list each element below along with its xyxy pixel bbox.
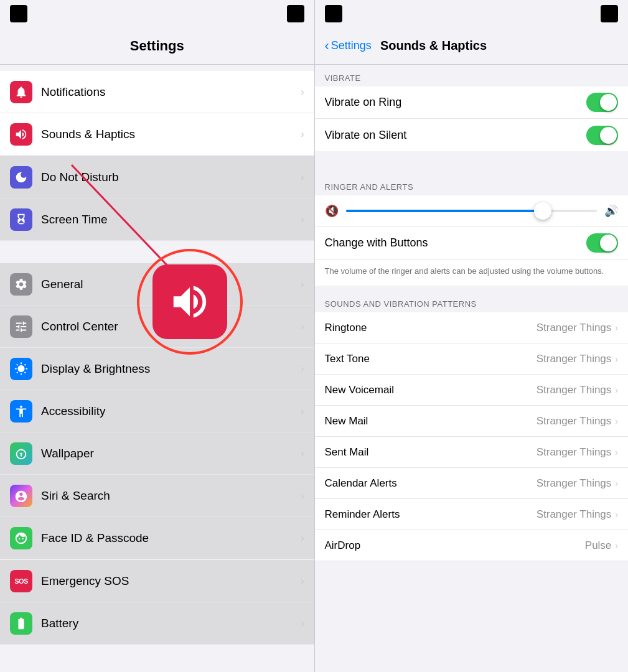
vibrate-on-silent-row: Vibrate on Silent bbox=[315, 119, 629, 151]
change-with-buttons-row: Change with Buttons bbox=[315, 227, 629, 259]
left-nav-header: Settings bbox=[0, 27, 314, 65]
controlcenter-icon-wrap bbox=[10, 315, 32, 338]
volume-slider-track bbox=[346, 210, 598, 212]
sound-item-ringtone[interactable]: Ringtone Stranger Things › bbox=[315, 312, 629, 343]
accessibility-icon bbox=[14, 404, 28, 418]
faceid-label: Face ID & Passcode bbox=[41, 531, 301, 545]
status-bar-right bbox=[315, 0, 629, 27]
screentime-chevron: › bbox=[301, 214, 304, 225]
slider-section: 🔇 🔊 bbox=[315, 195, 629, 227]
settings-item-notifications[interactable]: Notifications › bbox=[0, 71, 314, 113]
sound-item-sentmail[interactable]: Sent Mail Stranger Things › bbox=[315, 437, 629, 468]
notifications-icon-wrap bbox=[10, 81, 32, 103]
change-buttons-info: The volume of the ringer and alerts can … bbox=[315, 259, 629, 291]
battery-icon-wrap bbox=[10, 612, 32, 635]
texttone-label: Text Tone bbox=[325, 353, 537, 365]
wallpaper-chevron: › bbox=[301, 448, 304, 459]
volume-high-icon: 🔊 bbox=[604, 204, 618, 218]
change-with-buttons-label: Change with Buttons bbox=[325, 236, 587, 250]
calendar-chevron: › bbox=[615, 478, 618, 488]
settings-item-battery[interactable]: Battery › bbox=[0, 602, 314, 645]
bell-icon bbox=[14, 85, 28, 99]
wallpaper-icon-wrap bbox=[10, 442, 32, 465]
settings-item-faceid[interactable]: Face ID & Passcode › bbox=[0, 517, 314, 559]
calendar-label: Calendar Alerts bbox=[325, 477, 537, 490]
face-icon bbox=[14, 531, 28, 545]
texttone-chevron: › bbox=[615, 354, 618, 364]
vibrate-on-silent-knob bbox=[600, 127, 617, 144]
siri-icon bbox=[14, 489, 28, 503]
siri-label: Siri & Search bbox=[41, 489, 301, 503]
speaker-large-icon bbox=[168, 280, 212, 324]
siri-icon-wrap bbox=[10, 485, 32, 507]
sounds-label: Sounds & Haptics bbox=[41, 128, 301, 141]
battery-icon bbox=[14, 617, 28, 630]
status-right-right-indicator bbox=[601, 5, 618, 22]
sound-item-texttone[interactable]: Text Tone Stranger Things › bbox=[315, 343, 629, 375]
settings-item-display[interactable]: Display & Brightness › bbox=[0, 348, 314, 390]
sound-item-airdrop[interactable]: AirDrop Pulse › bbox=[315, 530, 629, 561]
display-label: Display & Brightness bbox=[41, 362, 301, 376]
back-button[interactable]: ‹ Settings bbox=[325, 38, 372, 54]
slider-row: 🔇 🔊 bbox=[325, 204, 619, 218]
vibrate-on-silent-toggle[interactable] bbox=[586, 126, 618, 145]
accessibility-icon-wrap bbox=[10, 400, 32, 422]
reminder-label: Reminder Alerts bbox=[325, 508, 537, 521]
left-panel: Settings Notifications › Sounds & Haptic… bbox=[0, 0, 314, 672]
sounds-icon-wrap bbox=[10, 123, 32, 146]
sounds-chevron: › bbox=[301, 129, 304, 140]
sound-items-list: Ringtone Stranger Things › Text Tone Str… bbox=[315, 312, 629, 561]
sound-item-voicemail[interactable]: New Voicemail Stranger Things › bbox=[315, 375, 629, 406]
newmail-value: Stranger Things bbox=[537, 415, 612, 427]
vibrate-on-ring-toggle[interactable] bbox=[586, 93, 618, 112]
settings-item-sos[interactable]: SOS Emergency SOS › bbox=[0, 560, 314, 602]
settings-item-siri[interactable]: Siri & Search › bbox=[0, 475, 314, 517]
vibrate-on-ring-knob bbox=[600, 94, 617, 111]
settings-item-accessibility[interactable]: Accessibility › bbox=[0, 390, 314, 432]
settings-item-screentime[interactable]: Screen Time › bbox=[0, 198, 314, 241]
sound-item-newmail[interactable]: New Mail Stranger Things › bbox=[315, 406, 629, 437]
accessibility-label: Accessibility bbox=[41, 404, 301, 418]
change-with-buttons-toggle[interactable] bbox=[586, 233, 618, 253]
sound-item-reminder[interactable]: Reminder Alerts Stranger Things › bbox=[315, 499, 629, 530]
airdrop-label: AirDrop bbox=[325, 539, 585, 552]
sos-icon-wrap: SOS bbox=[10, 570, 32, 592]
status-right-indicator bbox=[287, 5, 304, 22]
newmail-label: New Mail bbox=[325, 415, 537, 427]
display-icon-wrap bbox=[10, 358, 32, 380]
vibrate-on-ring-label: Vibrate on Ring bbox=[325, 96, 587, 109]
display-chevron: › bbox=[301, 363, 304, 375]
calendar-value: Stranger Things bbox=[537, 477, 612, 490]
circle-icon-inner bbox=[152, 264, 227, 339]
ringtone-value: Stranger Things bbox=[537, 322, 612, 334]
vibrate-section-header: VIBRATE bbox=[315, 65, 629, 86]
sliders-icon bbox=[14, 320, 28, 334]
reminder-chevron: › bbox=[615, 510, 618, 520]
moon-icon bbox=[14, 170, 28, 184]
sun-icon bbox=[14, 362, 28, 376]
airdrop-chevron: › bbox=[615, 541, 618, 551]
newmail-chevron: › bbox=[615, 416, 618, 426]
controlcenter-chevron: › bbox=[301, 321, 304, 332]
sos-chevron: › bbox=[301, 576, 304, 587]
flower-icon bbox=[14, 447, 28, 460]
voicemail-chevron: › bbox=[615, 385, 618, 395]
texttone-value: Stranger Things bbox=[537, 353, 612, 365]
volume-slider-thumb[interactable] bbox=[534, 202, 551, 220]
settings-item-donotdisturb[interactable]: Do Not Disturb › bbox=[0, 156, 314, 198]
notifications-chevron: › bbox=[301, 86, 304, 98]
settings-list: Notifications › Sounds & Haptics › Do No… bbox=[0, 65, 314, 672]
notifications-label: Notifications bbox=[41, 85, 301, 99]
settings-item-sounds[interactable]: Sounds & Haptics › bbox=[0, 113, 314, 156]
siri-chevron: › bbox=[301, 490, 304, 502]
reminder-value: Stranger Things bbox=[537, 508, 612, 521]
sound-item-calendar[interactable]: Calendar Alerts Stranger Things › bbox=[315, 468, 629, 499]
volume-low-icon: 🔇 bbox=[325, 204, 339, 218]
settings-item-wallpaper[interactable]: Wallpaper › bbox=[0, 432, 314, 475]
airdrop-value: Pulse bbox=[585, 539, 612, 552]
status-bar-left bbox=[0, 0, 314, 27]
voicemail-value: Stranger Things bbox=[537, 384, 612, 396]
vibrate-on-silent-label: Vibrate on Silent bbox=[325, 129, 587, 142]
right-page-title: Sounds & Haptics bbox=[380, 39, 487, 53]
speaker-icon bbox=[14, 128, 28, 141]
